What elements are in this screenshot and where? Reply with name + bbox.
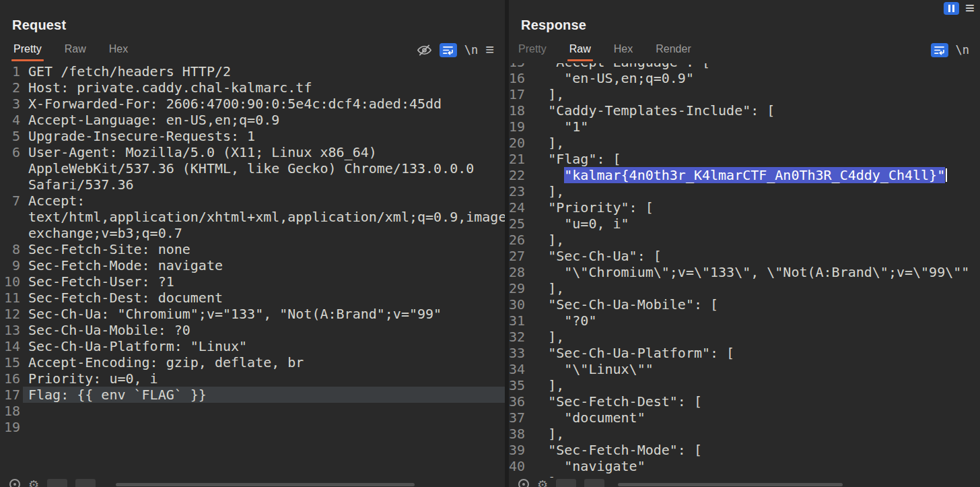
- code-line[interactable]: 39 "Sec-Fetch-Mode": [: [509, 442, 980, 458]
- line-number: 16: [0, 370, 20, 387]
- code-line[interactable]: 10Sec-Fetch-User: ?1: [0, 273, 505, 290]
- gear-icon[interactable]: ⚙: [537, 479, 548, 487]
- line-number: 39: [509, 442, 525, 458]
- next-match-button[interactable]: [584, 479, 604, 487]
- line-number: 40: [509, 458, 525, 474]
- code-text: "\"Linux\"": [528, 361, 980, 377]
- code-line[interactable]: 7Accept: text/html,application/xhtml+xml…: [0, 193, 505, 241]
- response-panel-title: Response: [521, 18, 586, 33]
- code-line[interactable]: 9Sec-Fetch-Mode: navigate: [0, 257, 505, 273]
- prev-match-button[interactable]: [47, 479, 67, 487]
- code-text: Sec-Fetch-User: ?1: [23, 273, 505, 290]
- word-wrap-icon[interactable]: [440, 43, 457, 57]
- search-icon[interactable]: [518, 479, 529, 487]
- code-text: [23, 419, 505, 435]
- code-line[interactable]: 18 "Caddy-Templates-Include": [: [509, 102, 980, 119]
- window-menu-icon[interactable]: ≡: [965, 1, 975, 15]
- line-number: 14: [0, 338, 20, 354]
- code-line[interactable]: 17Flag: {{ env `FLAG` }}: [0, 387, 505, 403]
- code-line[interactable]: 28 "\"Chromium\";v=\"133\", \"Not(A:Bran…: [509, 264, 980, 280]
- prev-match-button[interactable]: [556, 479, 576, 487]
- tab-pretty[interactable]: Pretty: [518, 38, 547, 62]
- code-line[interactable]: 34 "\"Linux\"": [509, 361, 980, 377]
- show-newlines-toggle[interactable]: \n: [464, 43, 478, 57]
- code-text: Accept-Language: en-US,en;q=0.9: [23, 112, 505, 128]
- code-text: Sec-Fetch-Site: none: [23, 241, 505, 257]
- tab-hex[interactable]: Hex: [614, 38, 633, 62]
- code-line[interactable]: 4Accept-Language: en-US,en;q=0.9: [0, 112, 505, 128]
- word-wrap-icon[interactable]: [931, 43, 948, 57]
- code-line[interactable]: 1GET /fetch/headers HTTP/2: [0, 63, 505, 79]
- code-text: Accept: text/html,application/xhtml+xml,…: [23, 193, 505, 241]
- line-number: 23: [509, 183, 525, 199]
- code-line[interactable]: 16Priority: u=0, i: [0, 370, 505, 387]
- editor-menu-icon[interactable]: ≡: [485, 43, 494, 57]
- code-line[interactable]: 12Sec-Ch-Ua: "Chromium";v="133", "Not(A:…: [0, 306, 505, 322]
- hide-eye-icon[interactable]: [417, 42, 432, 58]
- code-line[interactable]: 23 ],: [509, 183, 980, 199]
- code-line[interactable]: 15Accept-Encoding: gzip, deflate, br: [0, 354, 505, 370]
- code-line[interactable]: 27 "Sec-Ch-Ua": [: [509, 248, 980, 264]
- code-line[interactable]: 26 ],: [509, 232, 980, 248]
- tab-render[interactable]: Render: [656, 38, 691, 62]
- next-match-button[interactable]: [75, 479, 96, 487]
- line-number: 26: [509, 232, 525, 248]
- code-line[interactable]: 6User-Agent: Mozilla/5.0 (X11; Linux x86…: [0, 144, 505, 193]
- code-line[interactable]: 20 ],: [509, 135, 980, 151]
- code-line[interactable]: 31 "?0": [509, 313, 980, 329]
- code-line[interactable]: 30 "Sec-Ch-Ua-Mobile": [: [509, 296, 980, 313]
- code-line[interactable]: 36 "Sec-Fetch-Dest": [: [509, 393, 980, 410]
- code-line[interactable]: 29 ],: [509, 280, 980, 296]
- code-line[interactable]: 16 "en-US,en;q=0.9": [509, 70, 980, 86]
- gear-icon[interactable]: ⚙: [28, 479, 39, 487]
- code-line[interactable]: 11Sec-Fetch-Dest: document: [0, 290, 505, 306]
- code-line[interactable]: 14Sec-Ch-Ua-Platform: "Linux": [0, 338, 505, 354]
- code-line[interactable]: 37 "document": [509, 410, 980, 426]
- code-text: "Priority": [: [528, 199, 980, 216]
- code-line[interactable]: 15 "Accept-Language": [: [509, 63, 980, 70]
- code-line[interactable]: 18: [0, 403, 505, 419]
- code-text: ],: [528, 232, 980, 248]
- code-line[interactable]: 13Sec-Ch-Ua-Mobile: ?0: [0, 322, 505, 338]
- code-line[interactable]: 3X-Forwarded-For: 2606:4700:90:0:5e4c:dc…: [0, 96, 505, 112]
- code-line[interactable]: 21 "Flag": [: [509, 151, 980, 167]
- line-number: 15: [0, 354, 20, 370]
- request-tabbar: Pretty Raw Hex: [0, 38, 505, 62]
- code-line[interactable]: 35 ],: [509, 377, 980, 393]
- code-line[interactable]: 24 "Priority": [: [509, 199, 980, 216]
- tab-hex[interactable]: Hex: [109, 38, 128, 62]
- tab-raw[interactable]: Raw: [65, 38, 86, 62]
- code-text: "document": [528, 410, 980, 426]
- request-editor[interactable]: 1GET /fetch/headers HTTP/22Host: private…: [0, 63, 505, 478]
- code-line[interactable]: 5Upgrade-Insecure-Requests: 1: [0, 128, 505, 144]
- code-line[interactable]: 19 "1": [509, 119, 980, 135]
- selected-text: "kalmar{4n0th3r_K4lmarCTF_An0Th3R_C4ddy_…: [564, 167, 945, 183]
- tab-pretty[interactable]: Pretty: [13, 38, 42, 62]
- code-line[interactable]: 38 ],: [509, 426, 980, 442]
- code-line[interactable]: 17 ],: [509, 86, 980, 102]
- code-text: Host: private.caddy.chal-kalmarc.tf: [23, 79, 505, 96]
- show-newlines-toggle[interactable]: \n: [956, 43, 969, 57]
- code-text: Upgrade-Insecure-Requests: 1: [23, 128, 505, 144]
- pause-icon[interactable]: [944, 2, 959, 15]
- code-line[interactable]: 25 "u=0, i": [509, 216, 980, 232]
- line-number: 19: [0, 419, 20, 435]
- code-line[interactable]: 2Host: private.caddy.chal-kalmarc.tf: [0, 79, 505, 96]
- code-text: Sec-Fetch-Mode: navigate: [23, 257, 505, 273]
- code-line[interactable]: 22 "kalmar{4n0th3r_K4lmarCTF_An0Th3R_C4d…: [509, 167, 980, 183]
- horizontal-scrollbar[interactable]: [618, 483, 843, 486]
- code-line[interactable]: 8Sec-Fetch-Site: none: [0, 241, 505, 257]
- line-number: 15: [509, 63, 525, 70]
- tab-raw[interactable]: Raw: [569, 38, 591, 62]
- code-text: "kalmar{4n0th3r_K4lmarCTF_An0Th3R_C4ddy_…: [528, 167, 980, 183]
- code-line[interactable]: 19: [0, 419, 505, 435]
- response-editor[interactable]: 15 "Accept-Language": [16 "en-US,en;q=0.…: [509, 63, 980, 478]
- code-line[interactable]: 32 ],: [509, 329, 980, 345]
- search-icon[interactable]: [9, 479, 20, 487]
- code-text: Accept-Encoding: gzip, deflate, br: [23, 354, 505, 370]
- horizontal-scrollbar[interactable]: [116, 483, 415, 486]
- code-line[interactable]: 40 "navigate": [509, 458, 980, 474]
- code-text: "Accept-Language": [: [528, 63, 980, 70]
- code-text: "Sec-Ch-Ua": [: [528, 248, 980, 264]
- code-line[interactable]: 33 "Sec-Ch-Ua-Platform": [: [509, 345, 980, 361]
